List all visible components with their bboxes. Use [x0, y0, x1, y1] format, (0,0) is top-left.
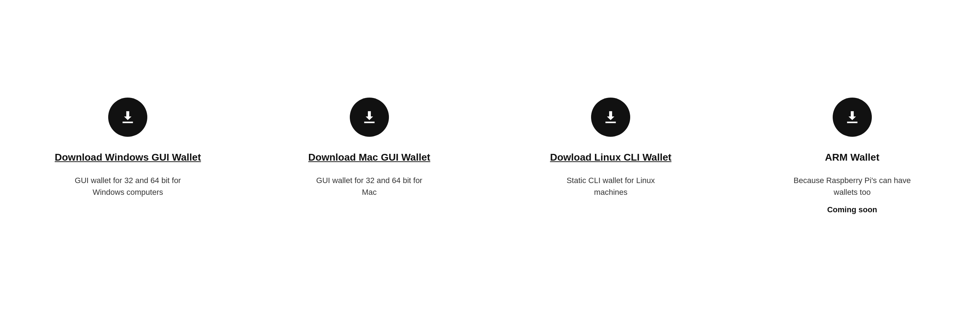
arm-coming-soon: Coming soon	[827, 205, 877, 214]
mac-card-title[interactable]: Download Mac GUI Wallet	[308, 151, 430, 164]
linux-card: Dowload Linux CLI Wallet Static CLI wall…	[490, 83, 732, 212]
windows-card-description: GUI wallet for 32 and 64 bit for Windows…	[67, 174, 188, 198]
arm-card-title: ARM Wallet	[825, 151, 879, 164]
linux-card-description: Static CLI wallet for Linux machines	[550, 174, 671, 198]
windows-card-title[interactable]: Download Windows GUI Wallet	[55, 151, 201, 164]
arm-download-icon[interactable]	[833, 98, 872, 137]
windows-card: Download Windows GUI Wallet GUI wallet f…	[7, 83, 249, 212]
mac-card-description: GUI wallet for 32 and 64 bit for Mac	[309, 174, 430, 198]
linux-card-title[interactable]: Dowload Linux CLI Wallet	[550, 151, 671, 164]
mac-download-icon[interactable]	[350, 98, 389, 137]
windows-download-icon[interactable]	[108, 98, 147, 137]
arm-card-description: Because Raspberry Pi's can have wallets …	[792, 174, 913, 198]
linux-download-icon[interactable]	[591, 98, 630, 137]
cards-container: Download Windows GUI Wallet GUI wallet f…	[0, 62, 980, 250]
arm-card: ARM Wallet Because Raspberry Pi's can ha…	[732, 83, 973, 229]
mac-card: Download Mac GUI Wallet GUI wallet for 3…	[249, 83, 490, 212]
